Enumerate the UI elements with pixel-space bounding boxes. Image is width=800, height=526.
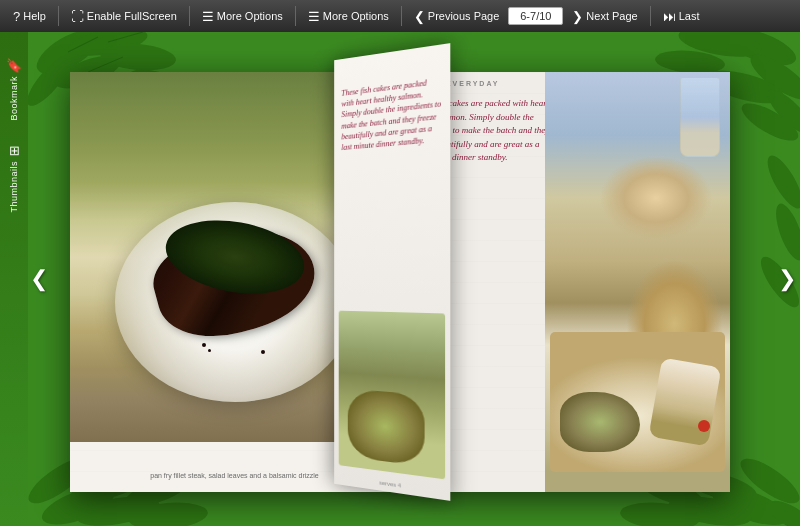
nav-arrow-right[interactable]: ❯ — [778, 266, 796, 292]
drizzle-1 — [202, 343, 206, 347]
food-image-right — [545, 72, 730, 492]
tilt-food-image — [339, 311, 445, 480]
help-icon: ? — [13, 9, 20, 24]
next-page-button[interactable]: ❯ Next Page — [565, 6, 644, 27]
more-options-label-1: More Options — [217, 10, 283, 22]
next-page-label: Next Page — [586, 10, 637, 22]
nav-arrow-left[interactable]: ❮ — [30, 266, 48, 292]
page-input[interactable] — [508, 7, 563, 25]
tomato — [698, 420, 710, 432]
more-options-button-1[interactable]: ☰ More Options — [195, 6, 290, 27]
page-center-tilt: These fish cakes are packed with heart h… — [334, 43, 450, 501]
next-page-icon: ❯ — [572, 9, 583, 24]
separator-3 — [295, 6, 296, 26]
prev-page-label: Previous Page — [428, 10, 500, 22]
toolbar: ? Help ⛶ Enable FullScreen ☰ More Option… — [0, 0, 800, 32]
thumbnails-icon: ⊞ — [9, 143, 20, 158]
thumbnails-label: Thumbnails — [9, 161, 19, 213]
more-options-button-2[interactable]: ☰ More Options — [301, 6, 396, 27]
fullscreen-icon: ⛶ — [71, 9, 84, 24]
bookmark-label: Bookmark — [9, 76, 19, 121]
glass — [680, 77, 720, 157]
tilt-page-text: These fish cakes are packed with heart h… — [341, 75, 442, 153]
bookmark-icon: 🔖 — [6, 58, 22, 73]
more-options-label-2: More Options — [323, 10, 389, 22]
sidebar-item-thumbnails[interactable]: ⊞ Thumbnails — [1, 137, 27, 219]
options-icon-2: ☰ — [308, 9, 320, 24]
tilt-fish-cake — [348, 389, 425, 467]
separator-1 — [58, 6, 59, 26]
sidebar-item-bookmark[interactable]: 🔖 Bookmark — [1, 52, 27, 127]
drizzle-3 — [261, 350, 265, 354]
book-container: pan fry fillet steak, salad leaves and a… — [50, 62, 750, 502]
last-button[interactable]: ⏭ Last — [656, 6, 707, 27]
options-icon-1: ☰ — [202, 9, 214, 24]
help-label: Help — [23, 10, 46, 22]
sidebar: 🔖 Bookmark ⊞ Thumbnails — [0, 32, 28, 526]
separator-5 — [650, 6, 651, 26]
prev-page-icon: ❮ — [414, 9, 425, 24]
last-icon: ⏭ — [663, 9, 676, 24]
fullscreen-label: Enable FullScreen — [87, 10, 177, 22]
last-label: Last — [679, 10, 700, 22]
right-page-image — [545, 72, 730, 492]
main-area: 🔖 Bookmark ⊞ Thumbnails ❮ ❯ — [0, 32, 800, 526]
prev-page-button[interactable]: ❮ Previous Page — [407, 6, 507, 27]
fullscreen-button[interactable]: ⛶ Enable FullScreen — [64, 6, 184, 27]
separator-4 — [401, 6, 402, 26]
separator-2 — [189, 6, 190, 26]
help-button[interactable]: ? Help — [6, 6, 53, 27]
